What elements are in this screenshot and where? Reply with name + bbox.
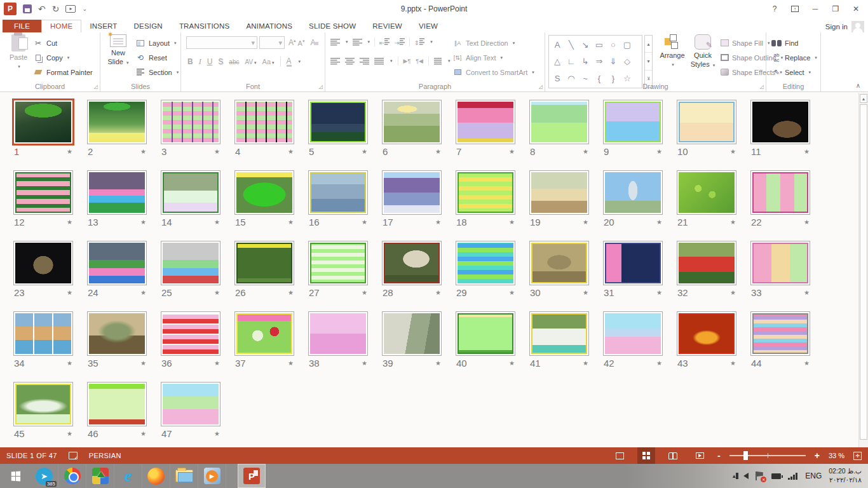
slide-thumbnail-24[interactable] bbox=[88, 241, 146, 285]
animation-star-icon[interactable]: ★ bbox=[140, 430, 146, 437]
slide-thumbnail-4[interactable] bbox=[235, 100, 294, 144]
animation-star-icon[interactable]: ★ bbox=[67, 360, 72, 367]
animation-star-icon[interactable]: ★ bbox=[804, 148, 810, 155]
slide-thumbnail-5[interactable] bbox=[309, 100, 367, 144]
slide-thumbnail-47[interactable] bbox=[161, 383, 220, 426]
collapse-ribbon-icon[interactable]: ∧ bbox=[856, 82, 860, 89]
start-button[interactable] bbox=[0, 464, 31, 488]
grow-font-icon[interactable]: A▴ bbox=[288, 38, 296, 47]
slide-thumbnail-39[interactable] bbox=[383, 312, 441, 355]
ribbon-display-options-icon[interactable]: ↑ bbox=[785, 2, 804, 16]
animation-star-icon[interactable]: ★ bbox=[140, 148, 146, 155]
slide-thumbnail-41[interactable] bbox=[530, 312, 588, 355]
shape-option-7[interactable]: ∟ bbox=[564, 53, 578, 70]
quick-styles-button[interactable]: QuickStyles ▾ bbox=[689, 34, 717, 83]
slide-thumbnail-25[interactable] bbox=[161, 241, 220, 285]
scrollbar-up-icon[interactable]: ▲ bbox=[860, 94, 867, 103]
slide-thumbnail-46[interactable] bbox=[88, 383, 146, 426]
taskbar-media-player[interactable] bbox=[198, 464, 226, 488]
animation-star-icon[interactable]: ★ bbox=[214, 360, 220, 367]
italic-icon[interactable]: I bbox=[199, 57, 201, 67]
paste-button[interactable]: Paste▾ bbox=[4, 34, 33, 83]
animation-star-icon[interactable]: ★ bbox=[656, 148, 662, 155]
increase-indent-icon[interactable]: ⇥ bbox=[394, 38, 404, 46]
animation-star-icon[interactable]: ★ bbox=[362, 148, 367, 155]
animation-star-icon[interactable]: ★ bbox=[435, 289, 441, 296]
shapes-gallery-scrollbar[interactable]: ▲ ▼ ⊻ bbox=[644, 35, 653, 88]
slide-show-button[interactable] bbox=[691, 447, 709, 464]
restore-icon[interactable]: ❐ bbox=[826, 2, 845, 16]
slide-thumbnail-13[interactable] bbox=[88, 171, 146, 214]
slide-thumbnail-15[interactable] bbox=[235, 171, 294, 214]
slide-thumbnail-43[interactable] bbox=[677, 312, 736, 355]
animation-star-icon[interactable]: ★ bbox=[509, 219, 515, 226]
animation-star-icon[interactable]: ★ bbox=[214, 148, 220, 155]
zoom-out-button[interactable]: - bbox=[717, 451, 721, 461]
tab-insert[interactable]: INSERT bbox=[81, 20, 125, 32]
slide-thumbnail-31[interactable] bbox=[604, 241, 662, 285]
animation-star-icon[interactable]: ★ bbox=[140, 219, 146, 226]
zoom-slider[interactable] bbox=[729, 455, 806, 456]
align-text-button[interactable]: [⇅]Align Text▾ bbox=[452, 50, 534, 65]
animation-star-icon[interactable]: ★ bbox=[214, 289, 220, 296]
slide-thumbnail-9[interactable] bbox=[604, 100, 662, 144]
normal-view-button[interactable] bbox=[611, 447, 628, 464]
animation-star-icon[interactable]: ★ bbox=[804, 219, 810, 226]
slide-thumbnail-17[interactable] bbox=[383, 171, 441, 214]
slide-thumbnail-10[interactable] bbox=[677, 100, 736, 144]
justify-icon[interactable] bbox=[374, 58, 384, 65]
convert-to-smartart-button[interactable]: Convert to SmartArt▾ bbox=[452, 65, 534, 79]
network-signal-icon[interactable] bbox=[788, 473, 798, 480]
taskbar-firefox[interactable] bbox=[142, 464, 170, 488]
select-button[interactable]: ⇖Select▾ bbox=[771, 65, 817, 79]
slide-sorter-view-button[interactable] bbox=[637, 447, 655, 464]
shape-option-10[interactable]: ⇓ bbox=[606, 53, 620, 70]
shrink-font-icon[interactable]: A▾ bbox=[298, 39, 305, 47]
close-icon[interactable]: ✕ bbox=[846, 2, 865, 16]
gallery-up-icon[interactable]: ▲ bbox=[645, 36, 652, 53]
slide-thumbnail-44[interactable] bbox=[751, 312, 810, 355]
repeat-icon[interactable]: ↻ bbox=[52, 4, 60, 13]
animation-star-icon[interactable]: ★ bbox=[804, 289, 810, 296]
tab-review[interactable]: REVIEW bbox=[364, 20, 410, 32]
animation-star-icon[interactable]: ★ bbox=[140, 360, 146, 367]
help-icon[interactable]: ? bbox=[765, 2, 784, 16]
format-painter-button[interactable]: Format Painter bbox=[33, 65, 93, 79]
slide-thumbnail-21[interactable] bbox=[677, 171, 736, 214]
cut-button[interactable]: ✂Cut bbox=[33, 36, 93, 50]
columns-icon[interactable] bbox=[434, 58, 442, 65]
animation-star-icon[interactable]: ★ bbox=[509, 360, 515, 367]
animation-star-icon[interactable]: ★ bbox=[804, 360, 810, 367]
tab-home[interactable]: HOME bbox=[41, 20, 81, 32]
sign-in-link[interactable]: Sign in bbox=[825, 23, 848, 30]
reading-view-button[interactable] bbox=[664, 447, 682, 464]
slide-thumbnail-30[interactable] bbox=[530, 241, 588, 285]
animation-star-icon[interactable]: ★ bbox=[583, 219, 588, 226]
new-slide-button[interactable]: NewSlide ▾ bbox=[104, 34, 133, 83]
slide-thumbnail-18[interactable] bbox=[456, 171, 515, 214]
replace-button[interactable]: abacReplace▾ bbox=[771, 50, 817, 65]
right-to-left-icon[interactable]: ¶◀ bbox=[416, 58, 423, 64]
animation-star-icon[interactable]: ★ bbox=[656, 360, 662, 367]
numbering-icon[interactable] bbox=[353, 39, 362, 46]
change-case-icon[interactable]: Aa▾ bbox=[262, 58, 275, 65]
language-indicator[interactable]: PERSIAN bbox=[89, 452, 121, 459]
user-avatar[interactable] bbox=[851, 21, 864, 32]
slide-thumbnail-29[interactable] bbox=[456, 241, 515, 285]
animation-star-icon[interactable]: ★ bbox=[435, 219, 441, 226]
bullets-icon[interactable] bbox=[330, 39, 340, 46]
paragraph-dialog-launcher-icon[interactable]: ◿ bbox=[539, 84, 543, 90]
animation-star-icon[interactable]: ★ bbox=[435, 360, 441, 367]
slide-thumbnail-22[interactable] bbox=[751, 171, 810, 214]
animation-star-icon[interactable]: ★ bbox=[67, 430, 72, 437]
undo-icon[interactable]: ↶ bbox=[38, 4, 46, 13]
animation-star-icon[interactable]: ★ bbox=[583, 148, 588, 155]
slide-thumbnail-20[interactable] bbox=[604, 171, 662, 214]
spellcheck-icon[interactable] bbox=[69, 452, 78, 459]
slide-thumbnail-2[interactable] bbox=[88, 100, 146, 144]
text-direction-button[interactable]: ∥AText Direction▾ bbox=[452, 36, 534, 50]
arrange-button[interactable]: Arrange▾ bbox=[657, 34, 688, 83]
text-shadow-icon[interactable]: S bbox=[218, 57, 223, 66]
animation-star-icon[interactable]: ★ bbox=[730, 289, 736, 296]
shape-option-0[interactable]: A bbox=[550, 36, 564, 53]
